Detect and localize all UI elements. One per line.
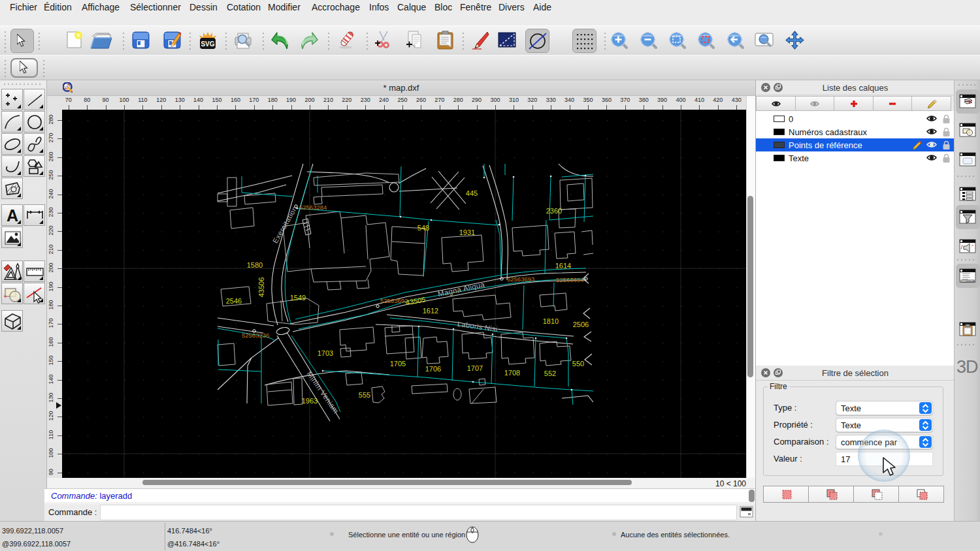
- svg-text:1703: 1703: [318, 349, 333, 357]
- svg-text:550: 550: [572, 360, 584, 368]
- svg-text:C command: C command: [962, 280, 975, 283]
- svg-text:1707: 1707: [467, 364, 483, 372]
- svg-text:1612: 1612: [423, 307, 438, 315]
- svg-text:555: 555: [359, 391, 370, 399]
- svg-text:1708: 1708: [504, 369, 520, 377]
- svg-text:2506: 2506: [573, 321, 589, 328]
- svg-text:1614: 1614: [555, 262, 571, 270]
- svg-text:1931: 1931: [459, 228, 475, 236]
- svg-text:1963: 1963: [302, 397, 318, 405]
- svg-text:1705: 1705: [390, 360, 406, 368]
- svg-text:52563694: 52563694: [556, 276, 583, 283]
- svg-text:1706: 1706: [425, 365, 441, 373]
- svg-text:52563692: 52563692: [380, 297, 408, 304]
- svg-text:52563236: 52563236: [242, 332, 269, 339]
- svg-text:548: 548: [417, 224, 429, 232]
- svg-text:2360: 2360: [546, 207, 562, 215]
- svg-text:1549: 1549: [290, 294, 306, 302]
- svg-text:552: 552: [544, 370, 556, 377]
- svg-text:43506: 43506: [257, 277, 265, 298]
- svg-text:445: 445: [466, 189, 478, 197]
- svg-text:52563693: 52563693: [507, 276, 534, 283]
- svg-text:52563284: 52563284: [299, 204, 327, 211]
- svg-text:1810: 1810: [543, 317, 559, 325]
- svg-text:SVG: SVG: [201, 40, 214, 48]
- svg-text:2546: 2546: [226, 297, 242, 305]
- svg-text:1580: 1580: [247, 261, 263, 269]
